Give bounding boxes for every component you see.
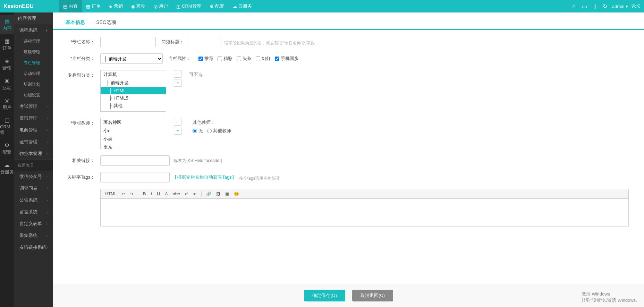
sidebar-item-course-system[interactable]: 课程系统 ▾	[14, 24, 53, 36]
icon-tab-order[interactable]: ▦ 订单	[0, 35, 14, 54]
toolbar-table-btn[interactable]: ▦	[223, 191, 231, 197]
sidebar-item-training-plan[interactable]: 培训计划	[14, 79, 53, 90]
keywords-input[interactable]	[100, 172, 170, 182]
list-item-html5[interactable]: ├ HTML5	[101, 94, 166, 102]
editor-label	[67, 189, 95, 191]
attr-headline-checkbox[interactable]	[237, 57, 241, 61]
nav-item-user[interactable]: ◎ 用户	[150, 0, 172, 12]
home-icon[interactable]: ⌂	[571, 3, 577, 9]
sidebar-item-class-manage[interactable]: 班级管理	[14, 47, 53, 58]
sidebar-item-exam[interactable]: 考试管理 ›	[14, 101, 53, 112]
attr-mobile-sync[interactable]: 手机同步	[275, 56, 299, 62]
radio-other-teacher-input[interactable]	[207, 129, 212, 133]
toolbar-underline-btn[interactable]: U	[155, 190, 162, 197]
move-right-icon[interactable]: +	[174, 79, 181, 87]
teacher-famous[interactable]: 著名神医	[101, 118, 166, 127]
list-item-frontend[interactable]: ├ 前端开发	[101, 79, 166, 87]
attr-featured-checkbox[interactable]	[218, 57, 222, 61]
tab-basic-info[interactable]: 基本信息	[60, 16, 91, 30]
teacher-xiao-wu[interactable]: 小吴	[101, 135, 166, 143]
crm-icon-label: CRM管	[0, 124, 14, 136]
toolbar-redo-btn[interactable]: ↪	[128, 191, 135, 197]
toolbar-italic-btn[interactable]: I	[149, 190, 154, 197]
nav-item-config[interactable]: ⚙ 配置	[205, 0, 228, 12]
monitor-icon[interactable]: ▭	[581, 3, 588, 10]
toolbar-html-btn[interactable]: HTML	[103, 191, 118, 197]
sidebar-item-activity-manage[interactable]: 活动管理	[14, 68, 53, 79]
nav-item-cloud[interactable]: ☁ 云服务	[228, 0, 256, 12]
radio-none[interactable]: 无	[193, 128, 203, 134]
cancel-button[interactable]: 取消返回(C)	[352, 290, 393, 301]
nav-item-content[interactable]: ▤ 内容	[59, 0, 82, 12]
sidebar-item-course-manage[interactable]: 课程管理	[14, 36, 53, 47]
icon-tab-content[interactable]: ▤ 内容	[0, 15, 14, 34]
attr-mobile-sync-checkbox[interactable]	[275, 57, 279, 61]
sidebar-item-message[interactable]: 留言系统 ›	[14, 206, 53, 218]
sidebar-item-friendlinks[interactable]: 友情链接系统 ›	[14, 241, 53, 253]
icon-tab-marketing[interactable]: ◈ 营销	[0, 55, 14, 74]
short-title-input[interactable]	[187, 37, 221, 47]
sidebar-item-function-settings[interactable]: 功能设置	[14, 90, 53, 101]
editor-body[interactable]	[101, 199, 628, 227]
toolbar-link-btn[interactable]: 🔗	[204, 191, 213, 197]
attr-slideshow[interactable]: 幻灯	[256, 56, 271, 62]
toolbar-undo-btn[interactable]: ↩	[120, 191, 127, 197]
nav-item-crm[interactable]: ◫ CRM管理	[172, 0, 205, 12]
list-item-other-front[interactable]: ├ 其他	[101, 102, 166, 110]
sidebar-item-custom-form[interactable]: 自定义表单 ›	[14, 218, 53, 230]
radio-other-teacher[interactable]: 其他教师	[207, 128, 231, 134]
teacher-move-right-icon[interactable]: +	[174, 127, 181, 135]
sidebar-item-column-manage[interactable]: 专栏管理	[14, 58, 53, 68]
sidebar-item-notice[interactable]: 公告系统 ›	[14, 194, 53, 206]
sidebar-item-news[interactable]: 资讯管理 ›	[14, 112, 53, 124]
list-item-computer[interactable]: 计算机	[101, 70, 166, 79]
tablet-icon[interactable]: ▯	[592, 3, 598, 10]
sidebar-item-wechat[interactable]: 微信公众号 ›	[14, 171, 53, 182]
teacher-move-left-icon[interactable]: ←	[174, 118, 181, 126]
nav-item-order[interactable]: ▦ 订单	[82, 0, 105, 12]
category-select[interactable]: ├ 前端开发 ├ HTML ├ HTML5 ├ 后端开发 ├ PHP	[100, 53, 163, 64]
toolbar-subscript-btn[interactable]: x₂	[191, 191, 198, 197]
attr-featured[interactable]: 精彩	[218, 56, 232, 62]
icon-tab-config[interactable]: ⚙ 配置	[0, 139, 14, 158]
list-item-backend[interactable]: ├ 后端开发	[101, 110, 166, 112]
attr-recommend[interactable]: 推荐	[198, 56, 213, 62]
related-link-input[interactable]	[100, 155, 170, 166]
teacher-xiao-o[interactable]: 小o	[101, 127, 166, 135]
sidebar-item-shop[interactable]: 电商管理 ›	[14, 124, 53, 136]
course-system-label: 课程系统	[19, 27, 37, 33]
icon-tab-crm[interactable]: ◫ CRM管	[0, 114, 14, 138]
tab-seo[interactable]: SEO选项	[91, 16, 122, 30]
list-item-html[interactable]: ├ HTML	[101, 87, 166, 94]
save-button[interactable]: 确定保存(O)	[304, 290, 345, 301]
toolbar-superscript-btn[interactable]: x²	[183, 191, 190, 197]
nav-item-interaction[interactable]: ◉ 互动	[127, 0, 150, 12]
sub-category-list[interactable]: 计算机 ├ 前端开发 ├ HTML ├ HTML5 ├ 其他 ├ 后端开发 ├ …	[100, 70, 166, 112]
toolbar-emoji-btn[interactable]: 😊	[232, 191, 241, 197]
forum-link[interactable]: 论坛	[632, 3, 641, 9]
toolbar-strikethrough-btn[interactable]: abc	[171, 190, 181, 197]
admin-dropdown[interactable]: admin ▾	[612, 4, 628, 9]
auto-fetch-tags-link[interactable]: 【根据专栏名称自动获取Tags】	[172, 174, 236, 180]
attr-recommend-checkbox[interactable]	[198, 57, 203, 61]
toolbar-image-btn[interactable]: 🖼	[214, 191, 222, 197]
sidebar-item-homework[interactable]: 作业本管理 ›	[14, 148, 53, 160]
sidebar-item-cert[interactable]: 证书管理 ›	[14, 136, 53, 148]
sidebar-item-survey[interactable]: 调查问卷 ›	[14, 182, 53, 194]
move-left-icon[interactable]: ←	[174, 70, 181, 78]
icon-tab-interaction[interactable]: ◉ 互动	[0, 75, 14, 94]
radio-none-input[interactable]	[193, 129, 197, 133]
icon-tab-cloud[interactable]: ☁ 云服务	[0, 159, 14, 178]
column-name-row: *专栏名称： 简短标题： 该字段如果为空的话，就去截取"专栏名称"的字数	[67, 37, 630, 47]
attr-slideshow-checkbox[interactable]	[256, 57, 260, 61]
toolbar-color-btn[interactable]: A	[163, 191, 169, 197]
column-name-input[interactable]	[100, 37, 156, 47]
teacher-li-dong[interactable]: 李东	[101, 143, 166, 149]
teacher-list[interactable]: 著名神医 小o 小吴 李东 小张 小王	[100, 118, 166, 149]
sidebar-item-crawler[interactable]: 采集系统 ›	[14, 230, 53, 241]
toolbar-bold-btn[interactable]: B	[141, 190, 147, 197]
nav-item-marketing[interactable]: ◈ 营销	[105, 0, 127, 12]
icon-tab-user[interactable]: ◎ 用户	[0, 94, 14, 113]
refresh-icon[interactable]: ↻	[601, 3, 609, 10]
attr-headline[interactable]: 头条	[237, 56, 252, 62]
